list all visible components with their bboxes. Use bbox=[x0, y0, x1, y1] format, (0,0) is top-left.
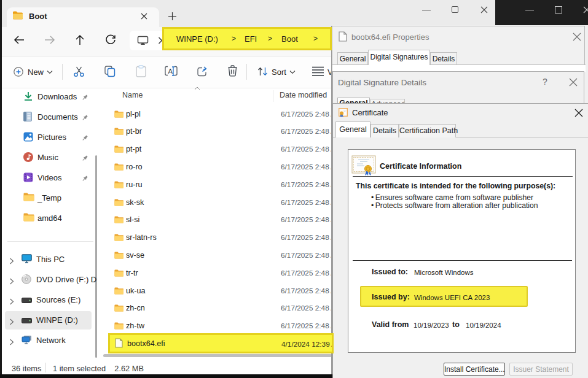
svg-text:A: A bbox=[168, 68, 173, 75]
